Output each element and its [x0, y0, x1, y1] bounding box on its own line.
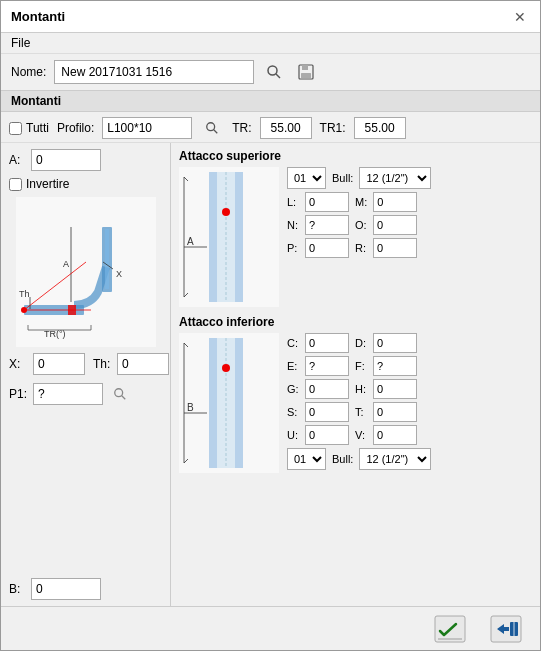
- svg-rect-40: [235, 338, 243, 468]
- bull-dropdown-inf[interactable]: 12 (1/2"): [359, 448, 431, 470]
- book-button[interactable]: [488, 613, 524, 645]
- tutti-checkbox[interactable]: [9, 122, 22, 135]
- dropdown-inf[interactable]: 01: [287, 448, 326, 470]
- f-label: F:: [355, 360, 367, 372]
- svg-point-5: [207, 123, 215, 131]
- b-input[interactable]: [31, 578, 101, 600]
- svg-text:A: A: [187, 236, 194, 247]
- svg-line-26: [122, 396, 126, 400]
- f-input[interactable]: [373, 356, 417, 376]
- no-row: N: O:: [287, 215, 532, 235]
- nome-row: Nome:: [1, 54, 540, 90]
- tutti-label: Tutti: [26, 121, 49, 135]
- t-label: T:: [355, 406, 367, 418]
- uv-row: U: V:: [287, 425, 532, 445]
- svg-rect-28: [209, 172, 217, 302]
- pr-row: P: R:: [287, 238, 532, 258]
- attacco-superiore-fields: 01 Bull: 12 (1/2") L: M:: [287, 167, 532, 307]
- nome-input[interactable]: [54, 60, 254, 84]
- tutti-checkbox-label: Tutti: [9, 121, 49, 135]
- attacco-superiore-section: Attacco superiore: [179, 149, 532, 307]
- search-p1-button[interactable]: [109, 383, 131, 405]
- l-input[interactable]: [305, 192, 349, 212]
- h-input[interactable]: [373, 379, 417, 399]
- st-row: S: T:: [287, 402, 532, 422]
- th-input[interactable]: [117, 353, 169, 375]
- svg-rect-39: [209, 338, 217, 468]
- svg-rect-7: [16, 197, 156, 347]
- r-input[interactable]: [373, 238, 417, 258]
- attacco-inferiore-svg: B: [179, 333, 279, 473]
- invertire-checkbox[interactable]: [9, 178, 22, 191]
- profilo-input[interactable]: [102, 117, 192, 139]
- s-input[interactable]: [305, 402, 349, 422]
- g-input[interactable]: [305, 379, 349, 399]
- svg-text:TR(°): TR(°): [44, 329, 66, 339]
- cd-row: C: D:: [287, 333, 532, 353]
- m-input[interactable]: [373, 192, 417, 212]
- right-panel: Attacco superiore: [171, 143, 540, 606]
- a-row: A:: [9, 149, 162, 171]
- save-button[interactable]: [294, 60, 318, 84]
- bull-label-inf: Bull:: [332, 453, 353, 465]
- svg-point-32: [222, 208, 230, 216]
- svg-text:X: X: [116, 269, 122, 279]
- save-icon: [297, 63, 315, 81]
- bull-label-sup: Bull:: [332, 172, 353, 184]
- svg-line-6: [214, 130, 218, 134]
- file-menu[interactable]: File: [11, 36, 30, 50]
- search-profilo-button[interactable]: [200, 116, 224, 140]
- ok-button[interactable]: [432, 613, 468, 645]
- svg-rect-24: [68, 305, 76, 315]
- svg-point-43: [222, 364, 230, 372]
- t-input[interactable]: [373, 402, 417, 422]
- attacco-superiore-diagram: A: [179, 167, 279, 307]
- footer-bar: [1, 606, 540, 650]
- attacco-inferiore-section: Attacco inferiore: [179, 315, 532, 473]
- n-label: N:: [287, 219, 299, 231]
- profilo-tr-row: Tutti Profilo: TR: TR1:: [1, 112, 540, 143]
- h-label: H:: [355, 383, 367, 395]
- n-input[interactable]: [305, 215, 349, 235]
- ok-icon: [434, 615, 466, 643]
- tr1-input[interactable]: [354, 117, 406, 139]
- tr-label: TR:: [232, 121, 251, 135]
- e-label: E:: [287, 360, 299, 372]
- a-label: A:: [9, 153, 25, 167]
- p-input[interactable]: [305, 238, 349, 258]
- svg-text:A: A: [63, 259, 69, 269]
- svg-line-1: [276, 74, 280, 78]
- d-input[interactable]: [373, 333, 417, 353]
- dropdown-sup[interactable]: 01: [287, 167, 326, 189]
- c-input[interactable]: [305, 333, 349, 353]
- tr1-label: TR1:: [320, 121, 346, 135]
- tr-input[interactable]: [260, 117, 312, 139]
- invertire-row: Invertire: [9, 177, 162, 191]
- attacco-superiore-label: Attacco superiore: [179, 149, 532, 163]
- v-label: V:: [355, 429, 367, 441]
- x-th-row: X: Th:: [9, 353, 162, 375]
- svg-rect-4: [301, 73, 311, 78]
- e-input[interactable]: [305, 356, 349, 376]
- bull-dropdown-sup[interactable]: 12 (1/2"): [359, 167, 431, 189]
- v-input[interactable]: [373, 425, 417, 445]
- x-input[interactable]: [33, 353, 85, 375]
- u-input[interactable]: [305, 425, 349, 445]
- o-input[interactable]: [373, 215, 417, 235]
- a-input[interactable]: [31, 149, 101, 171]
- profilo-label: Profilo:: [57, 121, 94, 135]
- close-button[interactable]: ✕: [510, 7, 530, 27]
- search-profilo-icon: [205, 121, 219, 135]
- b-row: B:: [9, 574, 162, 600]
- dropdown-bull-row-inf: 01 Bull: 12 (1/2"): [287, 448, 532, 470]
- dropdown-bull-row-sup: 01 Bull: 12 (1/2"): [287, 167, 532, 189]
- search-nome-button[interactable]: [262, 60, 286, 84]
- menu-bar: File: [1, 33, 540, 54]
- diagram-svg: TR(°) Th: [16, 197, 156, 347]
- ef-row: E: F:: [287, 356, 532, 376]
- u-label: U:: [287, 429, 299, 441]
- c-label: C:: [287, 337, 299, 349]
- lm-row: L: M:: [287, 192, 532, 212]
- p1-input[interactable]: [33, 383, 103, 405]
- title-bar: Montanti ✕: [1, 1, 540, 33]
